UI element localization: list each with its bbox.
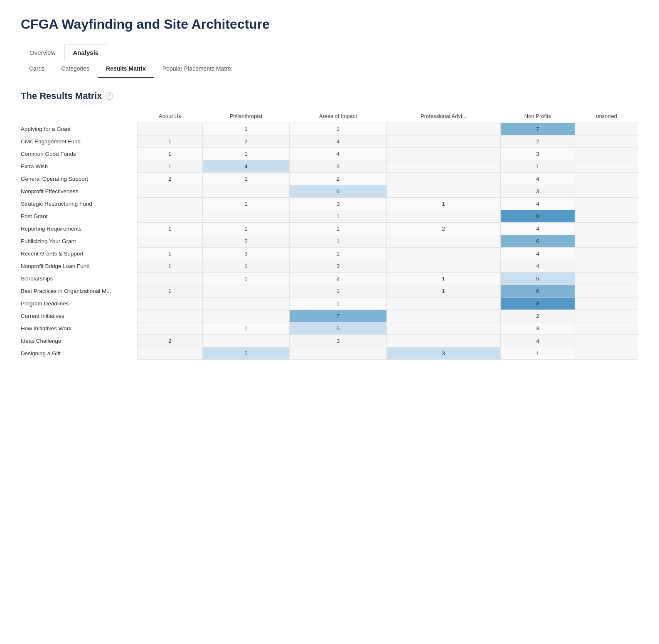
matrix-cell: 2 [290,173,387,185]
matrix-cell [575,185,638,198]
matrix-cell [137,123,203,135]
row-label: Nonprofit Bridge Loan Fund [21,260,137,273]
matrix-cell: 4 [203,160,290,173]
matrix-cell: 1 [137,223,203,235]
matrix-cell: 3 [500,322,575,335]
matrix-cell: 7 [290,310,387,322]
col-header: Non Profits [500,110,575,123]
tab-popular-placements[interactable]: Popular Placements Matrix [154,60,240,78]
matrix-cell: 1 [203,123,290,135]
matrix-cell [137,297,203,310]
row-label: Nonprofit Effectiveness [21,185,137,198]
matrix-cell: 1 [387,273,501,285]
matrix-cell: 3 [290,198,387,210]
table-row: Reporting Requirements11124 [21,223,638,235]
matrix-cell: 6 [500,235,575,248]
tab-results-matrix[interactable]: Results Matrix [98,60,154,78]
matrix-cell: 1 [203,322,290,335]
matrix-cell: 1 [387,198,501,210]
matrix-cell: 2 [137,173,203,185]
matrix-cell [137,210,203,223]
matrix-cell [203,310,290,322]
matrix-cell: 4 [500,260,575,273]
tab-analysis[interactable]: Analysis [64,44,108,60]
tab-overview[interactable]: Overview [21,44,64,60]
col-header-label [21,110,137,123]
matrix-cell [137,347,203,360]
matrix-cell: 3 [387,347,501,360]
table-row: Ideas Challenge234 [21,335,638,347]
matrix-cell [575,148,638,160]
matrix-cell: 1 [137,135,203,148]
table-row: Strategic Restructuring Fund1314 [21,198,638,210]
table-row: Current Initiatives72 [21,310,638,322]
matrix-cell [387,135,501,148]
table-row: Applying for a Grant117 [21,123,638,135]
matrix-cell: 1 [203,173,290,185]
help-icon[interactable]: ? [106,92,113,100]
matrix-cell [575,160,638,173]
matrix-cell: 1 [290,235,387,248]
table-row: Best Practices in Organizational M...111… [21,285,638,297]
table-row: General Operating Support2124 [21,173,638,185]
matrix-cell: 4 [500,248,575,260]
matrix-cell: 3 [290,160,387,173]
matrix-cell [575,285,638,297]
matrix-cell: 1 [290,285,387,297]
table-row: Publicizing Your Grant216 [21,235,638,248]
table-row: Common Good Funds1143 [21,148,638,160]
matrix-cell [387,185,501,198]
matrix-cell: 2 [137,335,203,347]
matrix-cell [203,285,290,297]
matrix-cell [575,123,638,135]
matrix-cell [137,198,203,210]
matrix-cell: 1 [137,260,203,273]
row-label: Recent Grants & Support [21,248,137,260]
tab-cards[interactable]: Cards [21,60,53,78]
col-header: Professional Advi... [387,110,501,123]
col-header: About Us [137,110,203,123]
matrix-cell [575,210,638,223]
matrix-cell [387,335,501,347]
table-row: Recent Grants & Support1314 [21,248,638,260]
row-label: Publicizing Your Grant [21,235,137,248]
matrix-cell [137,322,203,335]
table-row: Civic Engagement Fund1242 [21,135,638,148]
table-row: Post Grant18 [21,210,638,223]
matrix-cell: 2 [387,223,501,235]
matrix-cell: 4 [290,135,387,148]
row-label: Extra Wish [21,160,137,173]
matrix-cell [387,310,501,322]
table-row: Designing a Gift531 [21,347,638,360]
row-label: Reporting Requirements [21,223,137,235]
section-title-text: The Results Matrix [21,91,102,101]
col-header: Areas of Impact [290,110,387,123]
section-title: The Results Matrix ? [21,91,638,101]
row-label: General Operating Support [21,173,137,185]
matrix-cell: 3 [290,260,387,273]
matrix-cell: 8 [500,297,575,310]
matrix-cell [575,310,638,322]
matrix-cell [137,310,203,322]
matrix-cell: 4 [500,173,575,185]
tab-categories[interactable]: Categories [53,60,98,78]
matrix-cell: 1 [137,285,203,297]
matrix-cell [575,335,638,347]
matrix-cell [575,198,638,210]
matrix-cell: 1 [137,248,203,260]
matrix-cell [387,123,501,135]
row-label: Current Initiatives [21,310,137,322]
row-label: Designing a Gift [21,347,137,360]
matrix-cell [203,210,290,223]
matrix-cell: 2 [203,235,290,248]
matrix-cell: 3 [290,335,387,347]
matrix-cell [137,235,203,248]
row-label: Post Grant [21,210,137,223]
table-row: Scholarships1215 [21,273,638,285]
table-row: Program Deadlines18 [21,297,638,310]
table-row: How Initiatives Work153 [21,322,638,335]
matrix-cell [575,223,638,235]
matrix-cell: 8 [500,210,575,223]
matrix-cell [203,335,290,347]
matrix-cell: 3 [500,185,575,198]
